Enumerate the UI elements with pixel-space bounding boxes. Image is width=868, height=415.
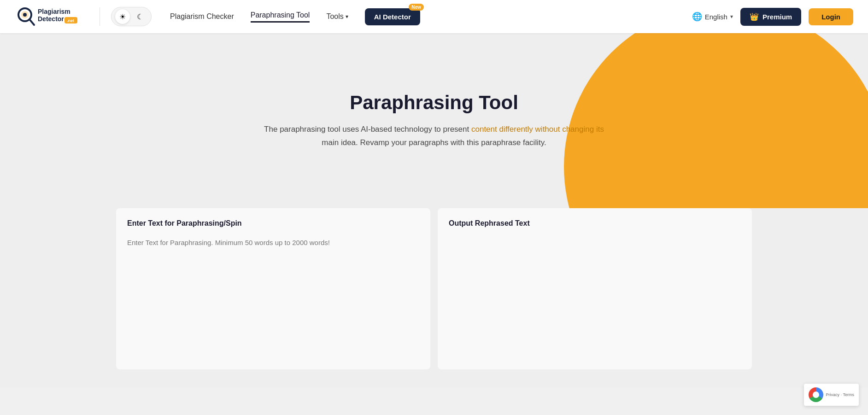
- logo-area[interactable]: Plagiarism Detector .net: [15, 5, 88, 29]
- light-theme-button[interactable]: ☀: [115, 9, 130, 24]
- ai-detector-label: AI Detector: [374, 13, 411, 21]
- recaptcha-privacy[interactable]: Privacy: [826, 392, 840, 397]
- hero-description-part2: main idea. Revamp your paragraphs with t…: [322, 138, 546, 147]
- language-chevron-icon: ▾: [730, 13, 733, 20]
- svg-point-2: [23, 13, 27, 17]
- login-button[interactable]: Login: [809, 8, 853, 25]
- new-badge: New: [409, 4, 424, 11]
- language-label: English: [705, 13, 727, 21]
- hero-description-part1: The paraphrasing tool uses AI-based tech…: [264, 125, 471, 134]
- navbar: Plagiarism Detector .net ☀ ☾ Plagiarism …: [0, 0, 868, 33]
- recaptcha-terms[interactable]: Terms: [843, 392, 855, 397]
- hero-section: Paraphrasing Tool The paraphrasing tool …: [0, 33, 868, 208]
- paraphrase-input[interactable]: [127, 237, 419, 357]
- tools-label: Tools: [326, 12, 343, 21]
- svg-line-3: [29, 19, 34, 25]
- nav-paraphrasing-tool[interactable]: Paraphrasing Tool: [251, 11, 310, 23]
- nav-tools-dropdown[interactable]: Tools ▾: [326, 12, 348, 21]
- recaptcha-logo-inner: [813, 392, 819, 398]
- hero-description: The paraphrasing tool uses AI-based tech…: [259, 123, 609, 150]
- moon-icon: ☾: [137, 12, 143, 21]
- nav-right: 🌐 English ▾ 👑 Premium Login: [692, 8, 853, 26]
- svg-text:.net: .net: [67, 18, 74, 23]
- crown-icon: 👑: [750, 12, 759, 21]
- output-panel: Output Rephrased Text: [438, 208, 752, 369]
- recaptcha-text: Privacy · Terms: [826, 392, 854, 397]
- premium-label: Premium: [762, 13, 792, 21]
- nav-links: Plagiarism Checker Paraphrasing Tool Too…: [170, 8, 681, 25]
- input-panel: Enter Text for Paraphrasing/Spin: [116, 208, 430, 369]
- page-title: Paraphrasing Tool: [259, 92, 609, 114]
- output-panel-label: Output Rephrased Text: [449, 219, 741, 228]
- nav-plagiarism-checker[interactable]: Plagiarism Checker: [170, 12, 234, 21]
- hero-circle-decoration: [564, 33, 868, 208]
- ai-detector-button[interactable]: AI Detector New: [365, 8, 420, 25]
- recaptcha-widget: Privacy · Terms: [804, 384, 859, 406]
- language-selector[interactable]: 🌐 English ▾: [692, 12, 733, 22]
- main-content: Enter Text for Paraphrasing/Spin Output …: [0, 208, 868, 388]
- hero-description-highlight: content differently without changing its: [471, 125, 604, 134]
- globe-icon: 🌐: [692, 12, 702, 22]
- sun-icon: ☀: [119, 12, 126, 21]
- nav-divider: [100, 7, 100, 26]
- recaptcha-logo: [809, 387, 823, 402]
- input-panel-label: Enter Text for Paraphrasing/Spin: [127, 219, 419, 228]
- theme-toggle: ☀ ☾: [111, 7, 152, 26]
- svg-text:Plagiarism: Plagiarism: [38, 8, 70, 15]
- svg-text:Detector: Detector: [38, 15, 64, 23]
- tool-panels: Enter Text for Paraphrasing/Spin Output …: [116, 208, 752, 369]
- hero-content: Paraphrasing Tool The paraphrasing tool …: [259, 92, 609, 150]
- rephrased-output[interactable]: [449, 237, 741, 357]
- dark-theme-button[interactable]: ☾: [133, 9, 147, 24]
- premium-button[interactable]: 👑 Premium: [740, 8, 801, 26]
- tools-chevron-icon: ▾: [346, 13, 348, 20]
- recaptcha-separator: ·: [841, 392, 842, 397]
